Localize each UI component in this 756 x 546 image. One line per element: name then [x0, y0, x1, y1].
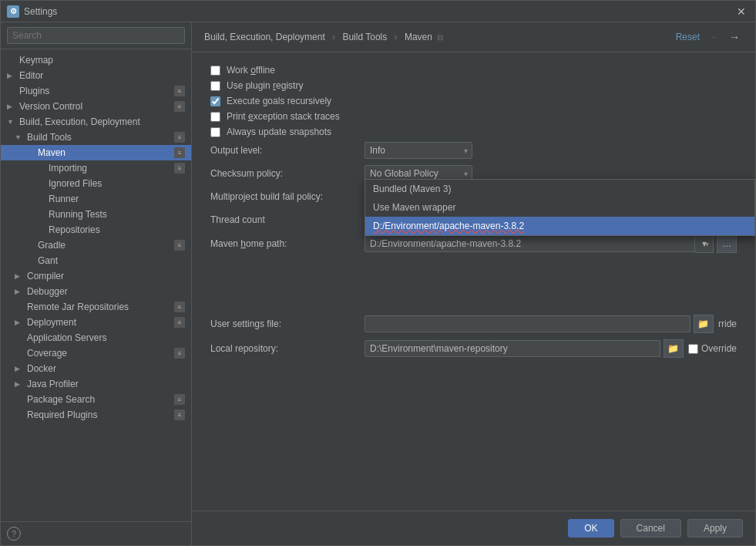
sidebar-item-plugins[interactable]: Plugins≡ — [1, 83, 191, 99]
help-button[interactable]: ? — [7, 527, 21, 541]
sidebar-item-label: Keymap — [19, 55, 53, 66]
ext-icon: ≡ — [174, 410, 185, 420]
breadcrumb-part-1: Build, Execution, Deployment — [204, 32, 325, 42]
maven-home-path-label: Maven home path: — [210, 238, 365, 249]
sidebar-item-label: Ignored Files — [49, 178, 102, 189]
sidebar-item-label: Java Profiler — [27, 379, 79, 389]
local-repository-browse-button[interactable]: 📁 — [664, 339, 684, 358]
close-button[interactable]: ✕ — [734, 4, 749, 19]
sidebar-item-deployment[interactable]: ▶Deployment≡ — [1, 315, 191, 330]
forward-button[interactable]: → — [726, 29, 743, 46]
sidebar-item-label: Build Tools — [27, 132, 72, 143]
sidebar-item-java-profiler[interactable]: ▶Java Profiler — [1, 376, 191, 392]
maven-home-path-dropdown: Bundled (Maven 3) Use Maven wrapper D:/E… — [365, 179, 755, 236]
ext-icon: ≡ — [174, 317, 185, 328]
use-plugin-registry-label: Use plugin registry — [227, 80, 303, 91]
sidebar-bottom: ? — [1, 521, 191, 545]
local-repository-override-checkbox[interactable] — [688, 344, 698, 354]
dropdown-item-bundled[interactable]: Bundled (Maven 3) — [365, 180, 754, 198]
sidebar-item-label: Running Tests — [49, 209, 107, 220]
work-offline-checkbox[interactable] — [210, 66, 220, 76]
work-offline-label: Work offline — [227, 65, 275, 76]
sidebar-item-label: Debugger — [27, 286, 68, 297]
ext-icon: ≡ — [174, 240, 185, 251]
sidebar-item-build-execution-deployment[interactable]: ▼Build, Execution, Deployment — [1, 114, 191, 130]
local-repository-input[interactable] — [365, 340, 660, 357]
content-area: Build, Execution, Deployment › Build Too… — [192, 22, 755, 545]
user-settings-file-label: User settings file: — [210, 318, 365, 329]
sidebar-item-docker[interactable]: ▶Docker — [1, 361, 191, 376]
sidebar-item-importing[interactable]: Importing≡ — [1, 160, 191, 176]
print-exception-stack-traces-checkbox[interactable] — [210, 112, 220, 122]
sidebar-item-runner[interactable]: Runner — [1, 191, 191, 207]
sidebar-item-label: Build, Execution, Deployment — [19, 116, 140, 127]
sidebar-item-label: Runner — [49, 194, 79, 204]
always-update-snapshots-row: Always update snapshots — [210, 126, 737, 137]
ext-icon: ≡ — [174, 302, 185, 312]
output-level-select[interactable]: Info Debug Warn Error — [365, 142, 472, 159]
maven-home-path-input-wrapper: ▾ … — [365, 234, 737, 253]
main-content: Keymap▶EditorPlugins≡▶Version Control≡▼B… — [1, 22, 755, 545]
sidebar-item-gant[interactable]: Gant — [1, 253, 191, 268]
sidebar-item-running-tests[interactable]: Running Tests — [1, 207, 191, 222]
maven-home-path-input[interactable] — [365, 235, 695, 252]
sidebar-item-editor[interactable]: ▶Editor — [1, 68, 191, 83]
sidebar-item-ignored-files[interactable]: Ignored Files — [1, 176, 191, 191]
sidebar-item-required-plugins[interactable]: Required Plugins≡ — [1, 407, 191, 423]
arrow-icon: ▶ — [15, 380, 25, 388]
sidebar-item-label: Importing — [49, 163, 87, 174]
user-settings-file-input-wrapper: 📁 rride — [365, 315, 737, 333]
apply-button[interactable]: Apply — [687, 519, 743, 538]
maven-home-path-browse-button[interactable]: … — [717, 234, 737, 253]
user-settings-file-input[interactable] — [365, 315, 690, 332]
execute-goals-recursively-checkbox[interactable] — [210, 96, 220, 106]
use-plugin-registry-checkbox[interactable] — [210, 81, 220, 91]
output-level-label: Output level: — [210, 145, 365, 156]
print-exception-stack-traces-row: Print exception stack traces — [210, 111, 737, 122]
sidebar-item-compiler[interactable]: ▶Compiler — [1, 268, 191, 284]
dropdown-item-custom[interactable]: D:/Environment/apache-maven-3.8.2 — [365, 217, 754, 235]
sidebar-item-gradle[interactable]: Gradle≡ — [1, 238, 191, 253]
window-title: Settings — [24, 6, 734, 17]
sidebar-item-maven[interactable]: Maven≡ — [1, 145, 191, 160]
sidebar-item-application-servers[interactable]: Application Servers — [1, 330, 191, 345]
arrow-icon: ▶ — [7, 103, 18, 110]
search-input[interactable] — [7, 27, 185, 44]
sidebar-item-label: Gant — [38, 255, 58, 266]
back-button[interactable]: ← — [706, 29, 723, 46]
execute-goals-recursively-label: Execute goals recursively — [227, 96, 331, 106]
maven-home-path-dropdown-button[interactable]: ▾ — [695, 234, 714, 253]
ext-icon: ≡ — [174, 348, 185, 359]
sidebar-item-coverage[interactable]: Coverage≡ — [1, 345, 191, 361]
sidebar-item-build-tools[interactable]: ▼Build Tools≡ — [1, 130, 191, 145]
breadcrumb-icon: ⊟ — [437, 33, 443, 42]
sidebar-item-label: Required Plugins — [27, 410, 97, 420]
sidebar-item-version-control[interactable]: ▶Version Control≡ — [1, 99, 191, 114]
cancel-button[interactable]: Cancel — [620, 519, 681, 538]
local-repository-input-wrapper: 📁 Override — [365, 339, 737, 358]
title-bar: ⚙ Settings ✕ — [1, 1, 755, 22]
sidebar-item-package-search[interactable]: Package Search≡ — [1, 392, 191, 407]
sidebar-item-label: Editor — [19, 70, 43, 81]
user-settings-file-row: User settings file: 📁 rride — [210, 315, 737, 333]
maven-home-path-dropdown-trigger: ▾ — [695, 234, 714, 253]
sidebar-item-label: Maven — [38, 147, 66, 158]
dropdown-item-wrapper[interactable]: Use Maven wrapper — [365, 198, 754, 217]
sidebar-item-label: Version Control — [19, 101, 82, 112]
reset-button[interactable]: Reset — [673, 30, 703, 44]
user-settings-browse-button[interactable]: 📁 — [694, 315, 714, 333]
dropdown-custom-path: D:/Environment/apache-maven-3.8.2 — [373, 221, 524, 231]
thread-count-label: Thread count — [210, 214, 365, 225]
sidebar-item-remote-jar-repositories[interactable]: Remote Jar Repositories≡ — [1, 299, 191, 315]
always-update-snapshots-checkbox[interactable] — [210, 127, 220, 137]
arrow-icon: ▼ — [7, 118, 18, 126]
ok-button[interactable]: OK — [568, 519, 613, 538]
settings-window: ⚙ Settings ✕ Keymap▶EditorPlugins≡▶Versi… — [0, 0, 756, 546]
local-repository-row: Local repository: 📁 Override — [210, 339, 737, 358]
sidebar-item-debugger[interactable]: ▶Debugger — [1, 284, 191, 299]
sidebar-item-repositories[interactable]: Repositories — [1, 222, 191, 238]
sidebar-item-keymap[interactable]: Keymap — [1, 52, 191, 68]
dialog-footer: OK Cancel Apply — [192, 511, 755, 545]
sidebar-item-label: Coverage — [27, 348, 67, 359]
header-actions: Reset ← → — [673, 29, 743, 46]
